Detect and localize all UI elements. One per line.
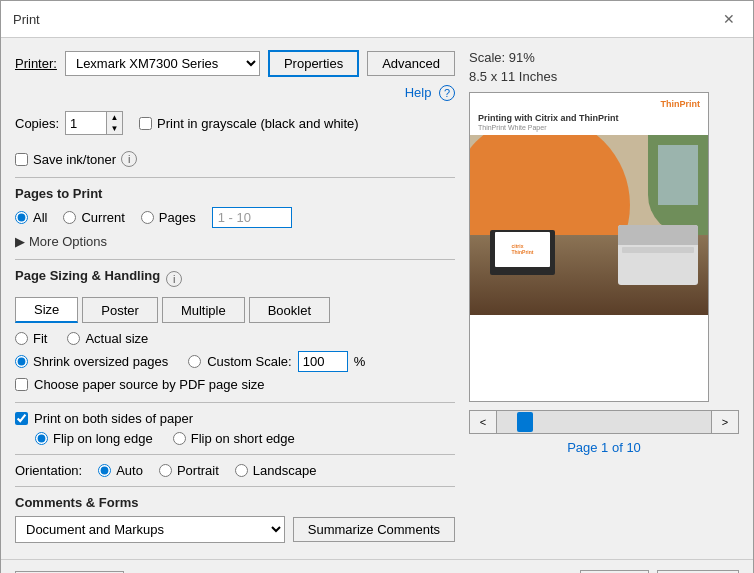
- right-panel: Scale: 91% 8.5 x 11 Inches ThinPrint Pri…: [469, 50, 739, 547]
- grayscale-group: Print in grayscale (black and white): [139, 116, 359, 131]
- landscape-radio-group: Landscape: [235, 463, 317, 478]
- copies-input-wrap: ▲ ▼: [65, 111, 123, 135]
- thinprint-printer-top: [618, 225, 698, 245]
- printer-select[interactable]: Lexmark XM7300 Series: [65, 51, 260, 76]
- comments-select[interactable]: Document and Markups Document Form Field…: [15, 516, 285, 543]
- divider-2: [15, 259, 455, 260]
- more-options-label: More Options: [29, 234, 107, 249]
- portrait-label: Portrait: [177, 463, 219, 478]
- shrink-row: Shrink oversized pages Custom Scale: %: [15, 351, 455, 372]
- dialog-body: Printer: Lexmark XM7300 Series Propertie…: [1, 38, 753, 559]
- multiple-tab[interactable]: Multiple: [162, 297, 245, 323]
- copies-input[interactable]: [66, 114, 106, 133]
- more-options[interactable]: ▶ More Options: [15, 234, 455, 249]
- both-sides-checkbox[interactable]: [15, 412, 28, 425]
- page-sizing-section: Page Sizing & Handling i Size Poster Mul…: [15, 268, 455, 392]
- sizing-title-row: Page Sizing & Handling i: [15, 268, 455, 289]
- choose-paper-checkbox[interactable]: [15, 378, 28, 391]
- thinprint-screen: citrixThinPrint: [495, 232, 550, 267]
- all-radio-group: All: [15, 210, 47, 225]
- copies-up-button[interactable]: ▲: [106, 112, 122, 123]
- help-link[interactable]: Help ?: [405, 85, 455, 101]
- next-page-button[interactable]: >: [711, 410, 739, 434]
- copies-down-button[interactable]: ▼: [106, 123, 122, 134]
- nav-row: < >: [469, 410, 739, 434]
- current-radio[interactable]: [63, 211, 76, 224]
- flip-short-radio[interactable]: [173, 432, 186, 445]
- flip-short-label: Flip on short edge: [191, 431, 295, 446]
- left-panel: Printer: Lexmark XM7300 Series Propertie…: [15, 50, 455, 547]
- custom-scale-radio[interactable]: [188, 355, 201, 368]
- size-tab[interactable]: Size: [15, 297, 78, 323]
- nav-slider-thumb: [517, 412, 533, 432]
- orientation-title: Orientation:: [15, 463, 82, 478]
- booklet-tab[interactable]: Booklet: [249, 297, 330, 323]
- title-bar: Print ✕: [1, 1, 753, 38]
- actual-size-label: Actual size: [85, 331, 148, 346]
- all-radio[interactable]: [15, 211, 28, 224]
- properties-button[interactable]: Properties: [268, 50, 359, 77]
- flip-long-radio-group: Flip on long edge: [35, 431, 153, 446]
- thinprint-laptop: citrixThinPrint: [490, 230, 555, 275]
- shrink-radio-group: Shrink oversized pages: [15, 354, 168, 369]
- pages-to-print-title: Pages to Print: [15, 186, 455, 201]
- divider-5: [15, 486, 455, 487]
- actual-size-radio[interactable]: [67, 332, 80, 345]
- thinprint-printer: [618, 225, 698, 285]
- page-sizing-title: Page Sizing & Handling: [15, 268, 160, 283]
- info-icon[interactable]: i: [121, 151, 137, 167]
- both-sides-label: Print on both sides of paper: [34, 411, 193, 426]
- divider-1: [15, 177, 455, 178]
- thinprint-brand: ThinPrint: [661, 99, 701, 109]
- custom-scale-group: Custom Scale: %: [188, 351, 365, 372]
- current-radio-group: Current: [63, 210, 124, 225]
- landscape-label: Landscape: [253, 463, 317, 478]
- save-ink-group: Save ink/toner i: [15, 151, 137, 167]
- fit-radio-group: Fit: [15, 331, 47, 346]
- portrait-radio[interactable]: [159, 464, 172, 477]
- fit-label: Fit: [33, 331, 47, 346]
- prev-page-button[interactable]: <: [469, 410, 497, 434]
- grayscale-checkbox[interactable]: [139, 117, 152, 130]
- save-ink-label: Save ink/toner: [33, 152, 116, 167]
- scale-text: Scale: 91%: [469, 50, 739, 65]
- flip-long-radio[interactable]: [35, 432, 48, 445]
- landscape-radio[interactable]: [235, 464, 248, 477]
- custom-scale-label: Custom Scale:: [207, 354, 292, 369]
- comments-row: Document and Markups Document Form Field…: [15, 516, 455, 543]
- thinprint-image-area: citrixThinPrint: [470, 135, 708, 315]
- both-sides-row: Print on both sides of paper: [15, 411, 455, 426]
- printer-slot: [622, 247, 694, 253]
- poster-tab[interactable]: Poster: [82, 297, 158, 323]
- auto-radio[interactable]: [98, 464, 111, 477]
- printer-label: Printer:: [15, 56, 57, 71]
- shrink-radio[interactable]: [15, 355, 28, 368]
- pages-label: Pages: [159, 210, 196, 225]
- grayscale-label: Print in grayscale (black and white): [157, 116, 359, 131]
- flip-short-radio-group: Flip on short edge: [173, 431, 295, 446]
- auto-label: Auto: [116, 463, 143, 478]
- comments-section: Comments & Forms Document and Markups Do…: [15, 495, 455, 543]
- pages-row: All Current Pages: [15, 207, 455, 228]
- citrix-text: citrixThinPrint: [512, 243, 534, 255]
- save-ink-checkbox[interactable]: [15, 153, 28, 166]
- all-label: All: [33, 210, 47, 225]
- paper-size-text: 8.5 x 11 Inches: [469, 69, 739, 84]
- pages-range-input[interactable]: [212, 207, 292, 228]
- copies-row: Copies: ▲ ▼ Print in grayscale (black an…: [15, 111, 455, 167]
- portrait-radio-group: Portrait: [159, 463, 219, 478]
- top-row: Printer: Lexmark XM7300 Series Propertie…: [15, 50, 455, 101]
- divider-3: [15, 402, 455, 403]
- close-button[interactable]: ✕: [717, 9, 741, 29]
- fit-radio[interactable]: [15, 332, 28, 345]
- pages-radio[interactable]: [141, 211, 154, 224]
- pages-to-print-section: Pages to Print All Current Pages: [15, 186, 455, 249]
- advanced-button[interactable]: Advanced: [367, 51, 455, 76]
- summarize-comments-button[interactable]: Summarize Comments: [293, 517, 455, 542]
- duplex-section: Print on both sides of paper Flip on lon…: [15, 411, 455, 446]
- shrink-label: Shrink oversized pages: [33, 354, 168, 369]
- divider-4: [15, 454, 455, 455]
- pages-radio-group: Pages: [141, 210, 196, 225]
- sizing-info-icon[interactable]: i: [166, 271, 182, 287]
- custom-scale-input[interactable]: [298, 351, 348, 372]
